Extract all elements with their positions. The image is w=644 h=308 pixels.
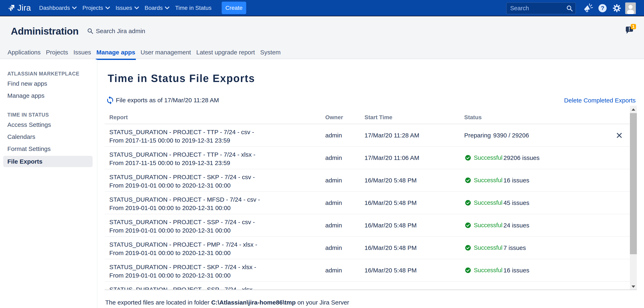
nav-item-dashboards[interactable]: Dashboards xyxy=(39,5,76,11)
status-detail: 16 issues xyxy=(504,177,530,184)
notification-count: 1 xyxy=(632,24,634,29)
sidebar-item-find-new-apps[interactable]: Find new apps xyxy=(0,78,97,90)
jira-logo-text: Jira xyxy=(17,3,31,13)
column-header-owner[interactable]: Owner xyxy=(325,111,343,123)
search-icon[interactable] xyxy=(566,5,573,13)
tab-user-management[interactable]: User management xyxy=(140,49,191,56)
column-header-start-time[interactable]: Start Time xyxy=(364,111,392,123)
notification-icon[interactable]: ! 1 xyxy=(625,24,637,36)
status-cell: Successful29206 issues xyxy=(464,147,540,169)
top-navbar: Jira DashboardsProjectsIssuesBoardsTime … xyxy=(0,0,644,16)
refresh-label: File exports as of 17/Mar/20 11:28 AM xyxy=(116,97,219,104)
nav-item-projects[interactable]: Projects xyxy=(82,5,110,11)
success-check-icon xyxy=(465,222,471,228)
sidebar: ATLASSIAN MARKETPLACEFind new appsManage… xyxy=(0,60,97,308)
report-range: From 2019-01-01 00:00 to 2020-12-31 00:0… xyxy=(109,181,318,190)
report-name: STATUS_DURATION - PROJECT - SSP - 7/24 -… xyxy=(109,285,318,290)
question-mark-icon: ? xyxy=(598,4,607,13)
refresh-icon[interactable] xyxy=(106,96,114,105)
status-label: Successful xyxy=(474,244,504,251)
admin-search-icon xyxy=(87,28,94,34)
nav-item-label: Boards xyxy=(145,5,163,11)
table-row[interactable]: STATUS_DURATION - PROJECT - SSP - 7/24 -… xyxy=(104,214,630,237)
nav-item-label: Dashboards xyxy=(39,5,70,11)
sidebar-item-format-settings[interactable]: Format Settings xyxy=(0,143,97,155)
table-header-row: ReportOwnerStart TimeStatus xyxy=(104,106,630,124)
admin-search[interactable]: Search Jira admin xyxy=(87,25,145,38)
tab-label: Latest upgrade report xyxy=(196,49,255,56)
report-range: From 2019-01-01 00:00 to 2020-12-31 00:0… xyxy=(109,226,318,235)
table-row[interactable]: STATUS_DURATION - PROJECT - MFSD - 7/24 … xyxy=(104,192,630,214)
table-row[interactable]: STATUS_DURATION - PROJECT - SKP - 7/24 -… xyxy=(104,259,630,282)
status-detail: 45 issues xyxy=(504,199,530,206)
chevron-down-icon xyxy=(165,7,170,10)
column-header-report[interactable]: Report xyxy=(109,111,128,123)
feedback-megaphone-icon[interactable] xyxy=(581,0,595,16)
tab-issues[interactable]: Issues xyxy=(73,49,91,56)
status-detail: 16 issues xyxy=(504,267,530,274)
sidebar-section-heading: ATLASSIAN MARKETPLACE xyxy=(0,70,97,78)
nav-search-box xyxy=(506,3,576,14)
success-check-icon xyxy=(465,267,471,273)
report-range: From 2019-01-01 00:00 to 2020-12-31 00:0… xyxy=(109,204,318,212)
nav-search-input[interactable] xyxy=(506,5,560,12)
jira-logo[interactable]: Jira xyxy=(7,3,31,13)
cancel-export-button[interactable] xyxy=(616,133,622,138)
table-row[interactable]: STATUS_DURATION - PROJECT - PMP - 7/24 -… xyxy=(104,237,630,259)
status-cell: Successful16 issues xyxy=(464,259,530,281)
tab-label: Issues xyxy=(73,49,91,56)
tab-manage-apps[interactable]: Manage apps xyxy=(96,49,135,56)
nav-item-label: Issues xyxy=(116,5,132,11)
nav-item-time-in-status[interactable]: Time in Status xyxy=(175,5,212,11)
column-header-status[interactable]: Status xyxy=(464,111,482,123)
sidebar-item-access-settings[interactable]: Access Settings xyxy=(0,119,97,131)
status-cell: Successful16 issues xyxy=(464,169,530,191)
gear-icon[interactable] xyxy=(610,0,624,16)
sidebar-item-file-exports[interactable]: File Exports xyxy=(3,156,92,167)
speech-bubble-icon: ! 1 xyxy=(625,24,637,36)
report-name: STATUS_DURATION - PROJECT - TTP - 7/24 -… xyxy=(109,150,318,159)
table-row[interactable]: STATUS_DURATION - PROJECT - SKP - 7/24 -… xyxy=(104,169,630,192)
nav-item-issues[interactable]: Issues xyxy=(116,5,139,11)
user-avatar[interactable] xyxy=(625,3,636,14)
sidebar-item-manage-apps[interactable]: Manage apps xyxy=(0,90,97,102)
start-time-cell: 16/Mar/20 5:48 PM xyxy=(364,192,416,214)
nav-menu: DashboardsProjectsIssuesBoardsTime in St… xyxy=(39,5,212,11)
scroll-down-arrow-icon xyxy=(632,285,635,288)
admin-tabs: ApplicationsProjectsIssuesManage appsUse… xyxy=(8,49,281,56)
status-detail: 9390 / 29206 xyxy=(493,132,529,139)
report-name: STATUS_DURATION - PROJECT - SKP - 7/24 -… xyxy=(109,173,318,181)
exports-table: ReportOwnerStart TimeStatus STATUS_DURAT… xyxy=(104,106,630,290)
admin-header: Administration Search Jira admin ! 1 App… xyxy=(0,17,644,59)
status-cell: Successful7 issues xyxy=(464,237,526,259)
owner-cell: admin xyxy=(325,124,342,146)
help-icon[interactable]: ? xyxy=(595,0,610,16)
owner-cell: admin xyxy=(325,259,342,281)
status-label: Successful xyxy=(474,154,504,161)
create-button[interactable]: Create xyxy=(222,2,246,14)
tab-label: Applications xyxy=(8,49,41,56)
start-time-cell: 16/Mar/20 5:48 PM xyxy=(364,214,416,236)
delete-completed-exports-link[interactable]: Delete Completed Exports xyxy=(564,97,636,104)
table-row[interactable]: STATUS_DURATION - PROJECT - TTP - 7/24 -… xyxy=(104,124,630,147)
table-row[interactable]: STATUS_DURATION - PROJECT - TTP - 7/24 -… xyxy=(104,147,630,169)
status-cell: Preparing9390 / 29206 xyxy=(464,124,529,146)
tab-system[interactable]: System xyxy=(260,49,281,56)
nav-item-boards[interactable]: Boards xyxy=(145,5,170,11)
sidebar-item-calendars[interactable]: Calendars xyxy=(0,131,97,143)
scrollbar-up-button[interactable] xyxy=(630,106,637,113)
scrollbar-down-button[interactable] xyxy=(630,283,637,290)
scrollbar-thumb[interactable] xyxy=(630,113,637,254)
table-row[interactable]: STATUS_DURATION - PROJECT - SSP - 7/24 -… xyxy=(104,282,630,290)
success-check-icon xyxy=(465,155,471,161)
tab-latest-upgrade-report[interactable]: Latest upgrade report xyxy=(196,49,255,56)
tab-projects[interactable]: Projects xyxy=(46,49,68,56)
content-title: Time in Status File Exports xyxy=(108,72,255,85)
chevron-down-icon xyxy=(72,7,76,10)
report-range: From 2017-11-15 00:00 to 2019-12-31 23:5… xyxy=(109,159,318,167)
report-name: STATUS_DURATION - PROJECT - PMP - 7/24 -… xyxy=(109,240,318,249)
tab-applications[interactable]: Applications xyxy=(8,49,41,56)
tab-label: User management xyxy=(140,49,191,56)
report-cell: STATUS_DURATION - PROJECT - TTP - 7/24 -… xyxy=(109,128,318,145)
start-time-cell: 16/Mar/20 5:48 PM xyxy=(364,169,416,191)
